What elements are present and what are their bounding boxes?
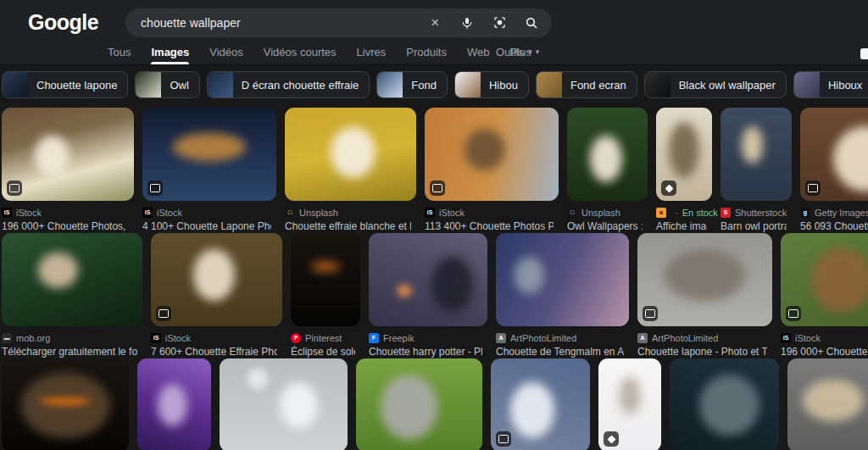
google-logo[interactable]: Google: [28, 10, 98, 35]
result-title[interactable]: Chouette effraie blanche et brune sur...: [285, 220, 411, 232]
chip-label: Chouette lapone: [28, 79, 127, 92]
result-title[interactable]: 196 000+ Chouette Photos, taleaux e...: [2, 220, 129, 232]
chip-label: Hibou: [481, 79, 528, 92]
tab-produits[interactable]: Produits: [406, 39, 447, 64]
related-chip-hibou[interactable]: Hibou: [454, 71, 529, 98]
search-bar[interactable]: ×: [125, 8, 552, 37]
result-caption: FFreepikChouette harry potter - Photos :…: [369, 332, 487, 358]
source-name: iStock: [165, 333, 191, 343]
product-tag-icon: [661, 181, 676, 196]
result-title[interactable]: Éclipse de soleil | ...: [291, 346, 355, 358]
result-source[interactable]: AArtPhotoLimited: [637, 332, 767, 343]
result-source[interactable]: SShutterstock: [721, 207, 787, 218]
image-result[interactable]: [142, 108, 276, 201]
result-source[interactable]: aAmazon·En stock: [656, 207, 707, 218]
result-source[interactable]: □Unsplash: [285, 207, 411, 218]
tab-web[interactable]: Web: [467, 39, 490, 64]
result-title[interactable]: 4 100+ Chouette Lapone Photos, tale...: [142, 220, 271, 232]
result-source[interactable]: AArtPhotoLimited: [496, 332, 624, 343]
result-source[interactable]: gGetty Images: [800, 207, 868, 218]
result-title[interactable]: Chouette lapone - Photo et Tableau - ...: [637, 346, 767, 358]
related-chip-fond[interactable]: Fond: [376, 71, 448, 98]
image-result[interactable]: [670, 358, 779, 450]
result-source[interactable]: iSiStock: [151, 332, 277, 343]
image-result[interactable]: [781, 233, 868, 326]
result-source[interactable]: ▬mob.org: [2, 332, 137, 343]
related-chip-hiboux[interactable]: Hiboux: [793, 71, 868, 98]
source-favicon: □: [567, 208, 577, 218]
result-source[interactable]: □Unsplash: [567, 207, 643, 218]
owl-subject-shape: [431, 257, 473, 313]
image-result[interactable]: [137, 358, 211, 450]
source-favicon: F: [369, 333, 379, 343]
result-source[interactable]: PPinterest: [291, 332, 355, 343]
image-result[interactable]: [637, 233, 772, 326]
result-title[interactable]: 7 600+ Chouette Effraie Photos, talea...: [151, 346, 277, 358]
result-source[interactable]: iSiStock: [2, 207, 129, 218]
chip-thumbnail-image: [377, 72, 403, 97]
result-cell: [2, 358, 129, 450]
result-title[interactable]: Télécharger gratuitement le fond d'écra.…: [2, 346, 137, 358]
google-lens-icon[interactable]: [491, 14, 508, 31]
result-source[interactable]: iSiStock: [781, 332, 868, 343]
result-title[interactable]: Chouette de Tengmalm en Allemagne ...: [496, 346, 624, 358]
tools-button[interactable]: Outils ▾: [496, 39, 532, 64]
image-result[interactable]: [800, 108, 868, 201]
image-result[interactable]: [598, 358, 661, 450]
chip-label: D écran chouette effraie: [233, 79, 370, 92]
image-results-grid: iSiStock196 000+ Chouette Photos, taleau…: [2, 108, 868, 450]
related-chip-black-owl-wallpaper[interactable]: Black owl wallpaper: [644, 71, 787, 98]
related-chip-fond-ecran[interactable]: Fond ecran: [536, 71, 637, 98]
result-title[interactable]: Affiche image 50x1...: [656, 220, 707, 232]
cutoff-button-sliver: [860, 48, 868, 59]
results-row-1: iSiStock196 000+ Chouette Photos, taleau…: [2, 108, 868, 232]
tab-livres[interactable]: Livres: [357, 39, 387, 64]
result-title[interactable]: Barn owl portrait : r...: [721, 220, 787, 232]
result-cell: AArtPhotoLimitedChouette lapone - Photo …: [637, 233, 772, 358]
result-source[interactable]: iSiStock: [425, 207, 554, 218]
result-source[interactable]: FFreepik: [369, 332, 482, 343]
tab-videos[interactable]: Vidéos: [209, 39, 243, 64]
image-result[interactable]: [2, 233, 142, 326]
microphone-icon[interactable]: [459, 14, 476, 31]
image-result[interactable]: [721, 108, 792, 201]
image-result[interactable]: [369, 233, 487, 326]
result-source[interactable]: iSiStock: [142, 207, 271, 218]
image-result[interactable]: [356, 358, 482, 450]
image-result[interactable]: [2, 108, 134, 201]
tab-images[interactable]: Images: [151, 39, 189, 64]
image-result[interactable]: [491, 358, 590, 450]
image-result[interactable]: [285, 108, 416, 201]
result-caption: iSiStock113 400+ Chouette Photos Photos,…: [425, 207, 559, 232]
tab-tous[interactable]: Tous: [108, 39, 131, 64]
image-result[interactable]: [2, 358, 129, 450]
image-result[interactable]: [291, 233, 360, 326]
image-result[interactable]: [567, 108, 648, 201]
image-result[interactable]: [656, 108, 712, 201]
tab-videos-courtes[interactable]: Vidéos courtes: [264, 39, 337, 64]
related-chip-owl[interactable]: Owl: [135, 71, 199, 98]
related-chip-chouette-lapone[interactable]: Chouette lapone: [2, 71, 128, 98]
owl-subject-shape: [811, 247, 868, 313]
result-title[interactable]: 196 000+ Chouette: [781, 346, 868, 358]
result-cell: [670, 358, 779, 450]
source-favicon: A: [637, 333, 648, 343]
search-icon[interactable]: [523, 14, 540, 31]
chip-thumbnail-image: [455, 72, 481, 97]
result-title[interactable]: 113 400+ Chouette Photos Photos, tal...: [425, 220, 554, 232]
related-search-chips: Chouette laponeOwlD écran chouette effra…: [2, 71, 868, 98]
related-chip-d-cran-chouette-effraie[interactable]: D écran chouette effraie: [207, 71, 370, 98]
image-result[interactable]: [787, 358, 868, 450]
result-cell: [598, 358, 661, 450]
result-title[interactable]: Owl Wallpapers : T...: [567, 220, 643, 232]
close-icon[interactable]: ×: [426, 14, 443, 31]
result-title[interactable]: Chouette harry potter - Photos : téléc..…: [369, 346, 482, 358]
image-result[interactable]: [220, 358, 348, 450]
image-result[interactable]: [425, 108, 559, 201]
image-result[interactable]: [496, 233, 629, 326]
image-result[interactable]: [151, 233, 282, 326]
result-title[interactable]: 56 093 Chouette...: [800, 220, 868, 232]
result-caption: iSiStock7 600+ Chouette Effraie Photos, …: [151, 332, 282, 358]
search-input[interactable]: [141, 16, 426, 30]
source-favicon: P: [291, 333, 301, 343]
